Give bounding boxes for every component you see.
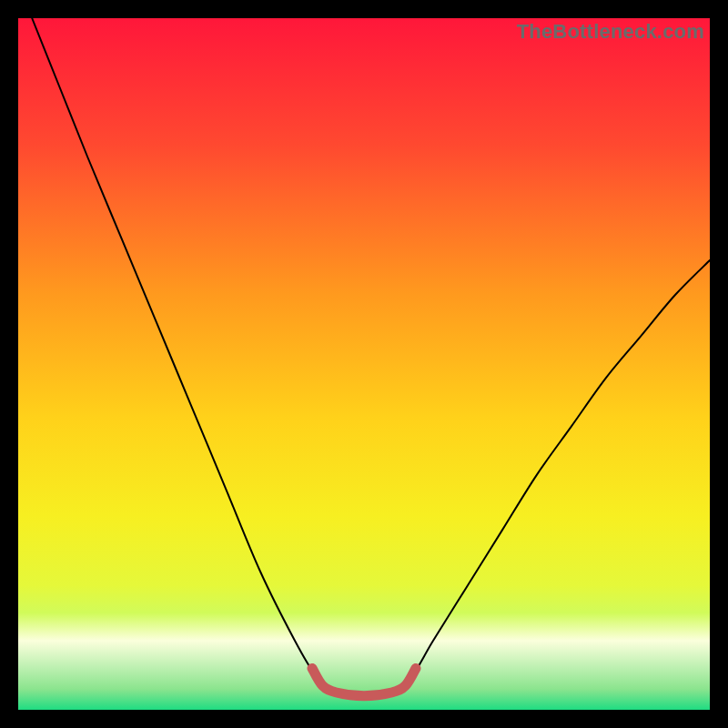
chart-plot	[18, 18, 710, 710]
gradient-background	[18, 18, 710, 710]
chart-frame: TheBottleneck.com	[18, 18, 710, 710]
